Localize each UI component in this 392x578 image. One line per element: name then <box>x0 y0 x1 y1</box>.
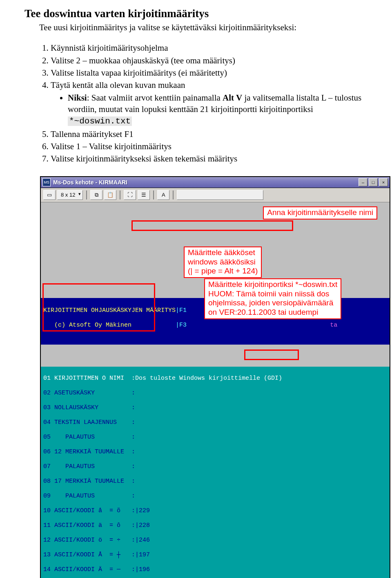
term-row-05: 05 PALAUTUS : <box>43 434 387 441</box>
term-row-14: 14 ASCII/KOODI Ä = ─ :|196 <box>43 566 387 574</box>
toolbar-properties-icon[interactable]: ☰ <box>138 190 150 200</box>
doswin-code: *~doswin.txt <box>68 116 132 126</box>
term-row-12: 12 ASCII/KOODI ö = ÷ :|246 <box>43 537 387 544</box>
minimize-button[interactable]: – <box>359 178 368 186</box>
term-row-08: 08 17 MERKKIÄ TUUMALLE : <box>43 478 387 485</box>
hdr-f3: |F3 <box>131 322 187 329</box>
toolbar-paste-icon[interactable]: 📋 <box>104 190 116 200</box>
step-3: Valitse listalta vapaa kirjoitimääritys … <box>51 67 368 78</box>
step-4: Täytä kentät alla olevan kuvan mukaan Ni… <box>51 79 368 127</box>
step-5: Tallenna määritykset F1 <box>51 128 368 140</box>
term-row-13: 13 ASCII/KOODI Å = ┼ :|197 <box>43 551 387 559</box>
page-heading: Tee doswintua varten kirjoitinmääritys <box>24 7 368 20</box>
niksi-label: Niksi <box>68 93 87 103</box>
term-row-04: 04 TEKSTIN LAAJENNUS : <box>43 419 387 426</box>
callout-name: Anna kirjoitinmääritykselle nimi <box>263 206 377 220</box>
toolbar-search[interactable] <box>177 190 263 200</box>
titlebar: MS Ms-Dos kehote - KIRMAARI – □ × <box>41 177 390 188</box>
hdr-ta: ta <box>187 322 337 329</box>
step-6: Valitse 1 – Valitse kirjoitinmääritys <box>51 141 368 152</box>
term-row-07: 07 PALAUTUS : <box>43 463 387 470</box>
maximize-button[interactable]: □ <box>369 178 378 186</box>
term-row-03: 03 NOLLAUSKÄSKY : <box>43 404 387 412</box>
altv-label: Alt V <box>223 93 242 103</box>
font-size-select[interactable]: 8 x 12 <box>57 190 83 200</box>
step-2: Valitse 2 – muokkaa ohjauskäskyä (tee om… <box>51 55 368 66</box>
step-4-bullet: Niksi: Saat valmiit arvot kenttiin paina… <box>68 92 368 128</box>
step-7: Valitse kirjoitinmääritykseksi äsken tek… <box>51 153 368 164</box>
hdr-title: KIRJOITTIMEN OHJAUSKÄSKYJEN MÄÄRITYS <box>43 307 176 314</box>
term-row-02: 02 ASETUSKÄSKY : <box>43 390 387 397</box>
hilite-name-field <box>131 220 293 231</box>
bullet-t1: : Saat valmiit arvot kenttiin painamalla <box>87 93 223 103</box>
step-4-text: Täytä kentät alla olevan kuvan mukaan <box>51 80 185 90</box>
toolbar-separator <box>120 190 120 199</box>
toolbar-copy-icon[interactable]: ⧉ <box>90 190 102 200</box>
term-row-06: 06 12 MERKKIÄ TUUMALLE : <box>43 448 387 456</box>
terminal: Anna kirjoitinmääritykselle nimi Määritt… <box>41 202 390 578</box>
toolbar-separator <box>86 190 87 199</box>
toolbar-fullscreen-icon[interactable]: ⛶ <box>124 190 136 200</box>
close-button[interactable]: × <box>379 178 388 186</box>
dos-screenshot: MS Ms-Dos kehote - KIRMAARI – □ × ▭ 8 x … <box>40 176 390 578</box>
toolbar-font-icon[interactable]: A <box>157 190 169 200</box>
intro-paragraph: Tee uusi kirjoitinmääritys ja valitse se… <box>39 22 368 33</box>
toolbar: ▭ 8 x 12 ⧉ 📋 ⛶ ☰ A <box>41 188 390 202</box>
steps-list: Käynnistä kirjoitimääritysohjelma Valits… <box>39 42 368 164</box>
msdos-icon: MS <box>42 178 51 186</box>
term-row-01: 01 KIRJOITTIMEN O NIMI :Dos tuloste Wind… <box>43 375 387 382</box>
term-row-09: 09 PALAUTUS : <box>43 493 387 500</box>
hdr-copyright: (c) Atsoft Oy Mäkinen <box>43 322 131 329</box>
term-row-11: 11 ASCII/KOODI ä = ô :|228 <box>43 522 387 529</box>
hilite-port-field <box>244 349 299 360</box>
toolbar-mark-icon[interactable]: ▭ <box>43 190 56 200</box>
callout-port: Määrittele kirjoitinportiksi *~doswin.tx… <box>204 278 341 319</box>
toolbar-separator <box>153 190 154 199</box>
hdr-f1: |F1 <box>176 307 187 314</box>
step-1: Käynnistä kirjoitimääritysohjelma <box>51 42 368 54</box>
toolbar-separator <box>173 190 174 199</box>
term-row-10: 10 ASCII/KOODI å = õ :|229 <box>43 507 387 515</box>
window-title: Ms-Dos kehote - KIRMAARI <box>53 179 357 186</box>
callout-aakkoset: Määrittele ääkköset windows ääkkösiksi (… <box>184 246 262 278</box>
